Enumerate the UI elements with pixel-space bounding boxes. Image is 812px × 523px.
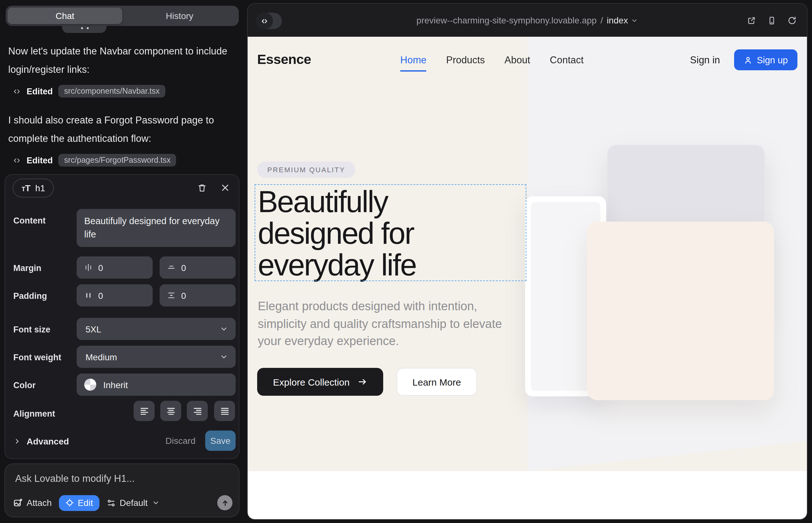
browser-actions — [747, 4, 797, 37]
color-label: Color — [13, 381, 36, 390]
send-button[interactable] — [217, 495, 232, 510]
hero-cta-row: Explore Collection Learn More — [257, 368, 477, 396]
sign-up-button[interactable]: Sign up — [734, 49, 797, 70]
file-pill[interactable]: src/components/Navbar.tsx — [58, 85, 166, 97]
code-preview-toggle[interactable] — [256, 13, 282, 29]
site-preview: Essence Home Products About Contact Sign… — [248, 37, 807, 519]
tab-history[interactable]: History — [122, 7, 237, 24]
element-tag-name: h1 — [35, 183, 45, 193]
chat-composer[interactable]: Ask Lovable to modify H1... Attach Edit — [4, 464, 240, 517]
padding-y-input[interactable]: 0 — [160, 284, 236, 306]
composer-toolbar: Attach Edit Default — [13, 494, 232, 511]
mobile-view-button[interactable] — [767, 16, 777, 25]
nav-link-contact[interactable]: Contact — [550, 54, 584, 72]
color-select[interactable]: Inherit — [77, 374, 236, 396]
chevron-down-icon — [220, 353, 228, 361]
mode-select[interactable]: Default — [106, 498, 160, 508]
h1-selection-outline[interactable] — [254, 184, 526, 281]
attach-button[interactable]: Attach — [13, 498, 52, 508]
chevron-right-icon — [13, 437, 21, 445]
font-size-select[interactable]: 5XL — [77, 318, 236, 340]
decorative-cream-card — [587, 222, 774, 400]
assistant-message: Now let's update the Navbar component to… — [8, 42, 237, 78]
lovable-app: Chat History Now let's update the Navbar… — [0, 0, 812, 523]
site-navbar: Essence Home Products About Contact Sign… — [248, 37, 807, 82]
hero-badge: PREMIUM QUALITY — [257, 161, 355, 178]
tab-chat[interactable]: Chat — [7, 7, 122, 24]
scrolled-chat-pill — [62, 26, 106, 33]
color-value: Inherit — [103, 380, 128, 390]
delete-element-button[interactable] — [197, 183, 207, 193]
align-left-button[interactable] — [134, 401, 155, 421]
content-input[interactable]: Beautifully designed for everyday life — [77, 209, 236, 247]
edited-file-row[interactable]: Edited src/pages/ForgotPassword.tsx — [13, 154, 237, 166]
color-swatch — [84, 379, 96, 391]
sliders-icon — [106, 498, 116, 507]
hero-paragraph: Elegant products designed with intention… — [258, 297, 512, 350]
nav-link-home[interactable]: Home — [400, 54, 427, 72]
margin-x-value: 0 — [98, 263, 103, 273]
chat-sidebar: Chat History Now let's update the Navbar… — [0, 0, 247, 523]
preview-window: preview--charming-site-symphony.lovable.… — [247, 3, 808, 520]
site-logo[interactable]: Essence — [257, 52, 311, 68]
code-icon — [13, 156, 21, 164]
padding-vertical-icon — [166, 291, 176, 300]
advanced-toggle[interactable]: Advanced — [13, 436, 69, 446]
text-size-icon: TT — [21, 182, 30, 194]
edited-label: Edited — [27, 86, 53, 96]
edit-mode-button[interactable]: Edit — [58, 495, 99, 511]
align-center-button[interactable] — [160, 401, 181, 421]
content-label: Content — [13, 216, 46, 226]
save-button[interactable]: Save — [205, 431, 236, 451]
crosshair-icon — [65, 498, 74, 507]
open-external-button[interactable] — [747, 16, 756, 25]
edit-label: Edit — [77, 498, 93, 508]
nav-auth: Sign in Sign up — [690, 49, 797, 70]
close-panel-button[interactable] — [220, 183, 230, 193]
chevron-down-icon — [152, 499, 160, 507]
chat-messages: Now let's update the Navbar component to… — [8, 42, 237, 180]
edited-file-row[interactable]: Edited src/components/Navbar.tsx — [13, 85, 237, 97]
element-editor-panel: TT h1 Content Beautifully designed for e… — [4, 174, 240, 459]
align-right-button[interactable] — [187, 401, 208, 421]
assistant-message: I should also create a Forgot Password p… — [8, 111, 237, 147]
nav-links: Home Products About Contact — [400, 54, 584, 72]
url-bar[interactable]: preview--charming-site-symphony.lovable.… — [417, 4, 638, 37]
align-justify-button[interactable] — [214, 401, 235, 421]
nav-link-about[interactable]: About — [505, 54, 530, 72]
margin-label: Margin — [13, 264, 41, 273]
chevron-down-icon — [220, 325, 228, 333]
code-icon — [13, 87, 21, 95]
font-weight-value: Medium — [86, 352, 117, 362]
explore-collection-button[interactable]: Explore Collection — [257, 368, 383, 396]
user-icon — [744, 55, 753, 64]
mode-label: Default — [120, 498, 148, 508]
discard-button[interactable]: Discard — [165, 431, 196, 451]
refresh-button[interactable] — [787, 16, 797, 25]
margin-y-input[interactable]: 0 — [160, 256, 236, 278]
url-separator: / — [600, 15, 603, 25]
padding-label: Padding — [13, 291, 47, 301]
nav-link-products[interactable]: Products — [446, 54, 485, 72]
element-tag-pill[interactable]: TT h1 — [13, 179, 54, 198]
arrow-right-icon — [357, 377, 367, 387]
padding-horizontal-icon — [84, 291, 93, 300]
code-icon — [256, 13, 273, 29]
font-weight-select[interactable]: Medium — [77, 346, 236, 368]
file-pill[interactable]: src/pages/ForgotPassword.tsx — [58, 154, 176, 166]
sign-in-link[interactable]: Sign in — [690, 54, 720, 66]
margin-y-value: 0 — [181, 263, 186, 273]
composer-input[interactable]: Ask Lovable to modify H1... — [15, 473, 135, 484]
padding-x-value: 0 — [98, 290, 103, 301]
alignment-label: Alignment — [13, 409, 55, 418]
font-weight-label: Font weight — [13, 353, 61, 362]
chevron-down-icon — [631, 17, 638, 24]
margin-x-input[interactable]: 0 — [77, 256, 153, 278]
margin-horizontal-icon — [84, 263, 93, 272]
padding-x-input[interactable]: 0 — [77, 284, 153, 306]
url-page: index — [607, 15, 628, 25]
font-size-label: Font size — [13, 325, 50, 334]
attach-label: Attach — [27, 498, 52, 508]
advanced-label: Advanced — [27, 436, 69, 446]
learn-more-button[interactable]: Learn More — [396, 368, 477, 396]
